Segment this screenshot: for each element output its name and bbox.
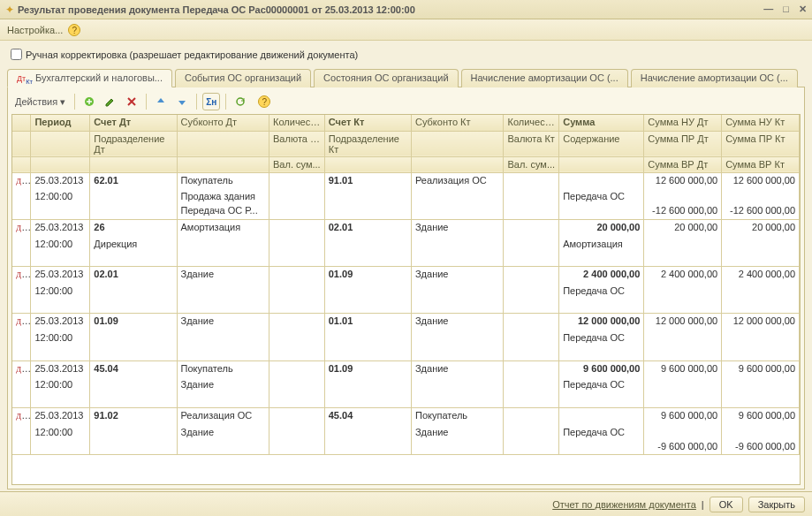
ok-button[interactable]: OK bbox=[710, 497, 743, 512]
maximize-button[interactable]: □ bbox=[783, 4, 789, 14]
table-row[interactable]: 12:00:00Передача ОС bbox=[12, 284, 800, 298]
minimize-button[interactable]: — bbox=[763, 4, 773, 14]
table-row[interactable]: ДтКт25.03.201302.01Здание01.09Здание2 40… bbox=[12, 267, 800, 284]
top-toolbar: Настройка... ? bbox=[0, 19, 812, 41]
close-button-footer[interactable]: Закрыть bbox=[748, 497, 805, 512]
tab-accounting[interactable]: ДтКтБухгалтерский и налоговы... bbox=[7, 69, 172, 87]
grid-header: Период Счет Дт Субконто Дт Количест... С… bbox=[12, 115, 800, 172]
report-link[interactable]: Отчет по движениям документа bbox=[552, 499, 696, 510]
edit-icon[interactable] bbox=[102, 93, 119, 110]
table-row[interactable]: 12:00:00ЗданиеЗданиеПередача ОС bbox=[12, 425, 800, 439]
window-title: Результат проведения документа Передача … bbox=[18, 4, 756, 15]
table-row[interactable]: 12:00:00ДирекцияАмортизация bbox=[12, 237, 800, 251]
table-row[interactable]: Передача ОС Р...-12 600 000,00-12 600 00… bbox=[12, 203, 800, 219]
manual-edit-checkbox[interactable] bbox=[11, 49, 22, 60]
table-row[interactable]: 12:00:00ЗданиеПередача ОС bbox=[12, 377, 800, 391]
movedown-icon[interactable] bbox=[173, 93, 191, 110]
document-icon: ✦ bbox=[5, 4, 14, 16]
table-row[interactable]: 12:00:00Передача ОС bbox=[12, 330, 800, 345]
close-button[interactable]: ✕ bbox=[799, 4, 807, 14]
table-row[interactable]: ДтКт25.03.201391.02Реализация ОС45.04Пок… bbox=[12, 407, 800, 424]
tabs: ДтКтБухгалтерский и налоговы... События … bbox=[7, 68, 805, 87]
table-row[interactable] bbox=[12, 251, 800, 267]
titlebar: ✦ Результат проведения документа Передач… bbox=[0, 0, 812, 19]
help2-icon[interactable]: ? bbox=[258, 95, 270, 108]
settings-link[interactable]: Настройка... bbox=[7, 25, 63, 35]
table-row[interactable] bbox=[12, 391, 800, 407]
table-row[interactable]: -9 600 000,00-9 600 000,00 bbox=[12, 439, 800, 455]
dtkt-icon: ДтКт bbox=[17, 74, 33, 83]
table-row[interactable]: 12:00:00Продажа зданияПередача ОС bbox=[12, 189, 800, 203]
delete-icon[interactable] bbox=[123, 93, 140, 110]
table-row[interactable] bbox=[12, 345, 800, 360]
sum-icon[interactable]: Σн bbox=[202, 93, 220, 110]
add-icon[interactable] bbox=[80, 93, 98, 110]
actions-menu[interactable]: Действия ▾ bbox=[11, 96, 69, 108]
moveup-icon[interactable] bbox=[152, 93, 170, 110]
tab-amort1[interactable]: Начисление амортизации ОС (... bbox=[461, 69, 628, 87]
tab-events[interactable]: События ОС организаций bbox=[175, 69, 311, 87]
footer: Отчет по движениям документа | OK Закрыт… bbox=[0, 491, 812, 516]
manual-edit-label: Ручная корректировка (разрешает редактир… bbox=[26, 49, 358, 60]
table-row[interactable]: ДтКт25.03.201345.04Покупатель01.09Здание… bbox=[12, 360, 800, 377]
refresh-icon[interactable] bbox=[231, 93, 249, 110]
table-row[interactable]: ДтКт25.03.201301.09Здание01.01Здание12 0… bbox=[12, 314, 800, 330]
table-row[interactable] bbox=[12, 298, 800, 314]
grid[interactable]: Период Счет Дт Субконто Дт Количест... С… bbox=[11, 114, 801, 485]
actions-toolbar: Действия ▾ Σн ? bbox=[11, 91, 801, 112]
tab-amort2[interactable]: Начисление амортизации ОС (... bbox=[631, 69, 798, 87]
help-icon[interactable]: ? bbox=[68, 24, 80, 36]
tab-states[interactable]: Состояния ОС организаций bbox=[314, 69, 458, 87]
table-row[interactable]: ДтКт25.03.201326Амортизация02.01Здание20… bbox=[12, 219, 800, 236]
table-row[interactable]: ДтКт25.03.201362.01Покупатель91.01Реализ… bbox=[12, 172, 800, 189]
